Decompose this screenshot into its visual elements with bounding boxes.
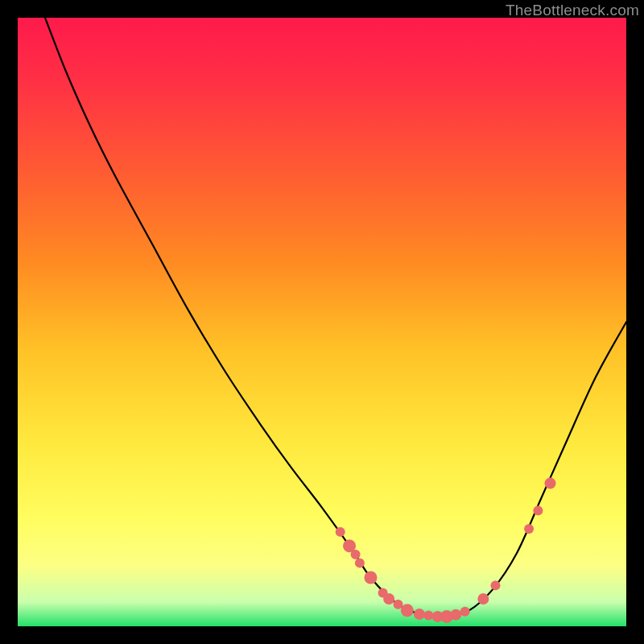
data-marker bbox=[414, 609, 425, 620]
data-marker bbox=[545, 477, 556, 489]
data-marker bbox=[477, 593, 489, 605]
gradient-rect bbox=[18, 18, 626, 626]
data-marker bbox=[355, 558, 365, 568]
data-marker bbox=[401, 604, 414, 617]
watermark-label: TheBottleneck.com bbox=[506, 2, 639, 19]
data-marker bbox=[450, 609, 461, 621]
data-marker bbox=[383, 593, 394, 605]
bottleneck-chart bbox=[18, 18, 626, 626]
data-marker bbox=[336, 527, 345, 537]
data-marker bbox=[351, 550, 361, 559]
data-marker bbox=[423, 610, 433, 620]
data-marker bbox=[460, 607, 470, 617]
data-marker bbox=[533, 506, 543, 515]
data-marker bbox=[490, 580, 500, 590]
data-marker bbox=[524, 524, 534, 534]
data-marker bbox=[364, 572, 377, 584]
